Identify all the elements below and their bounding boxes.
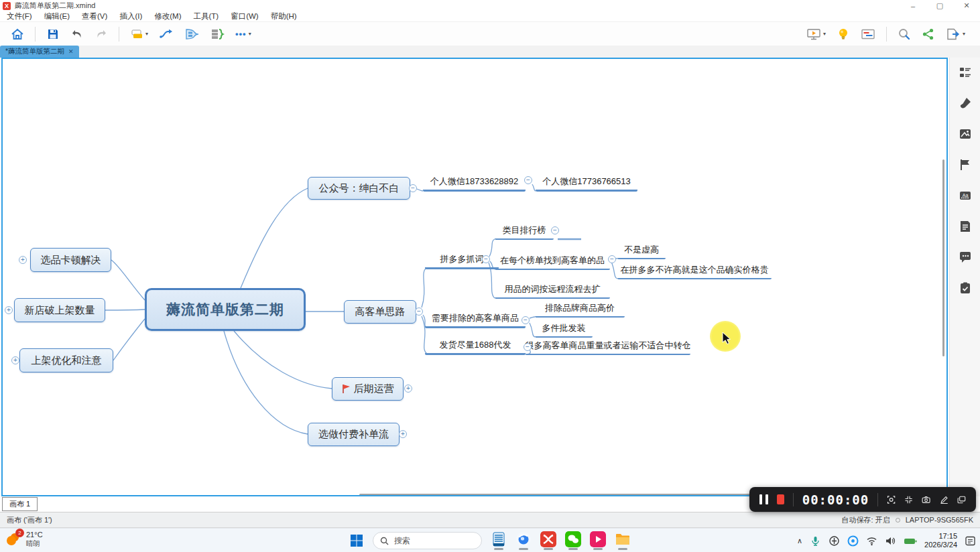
notes-icon[interactable] xyxy=(959,220,972,233)
tab-close-icon[interactable]: ✕ xyxy=(68,48,74,55)
stop-recording-button[interactable] xyxy=(777,494,784,504)
windows-switch-icon[interactable] xyxy=(957,494,966,506)
topic-wechat-2[interactable]: 个人微信17736766513 xyxy=(536,174,637,192)
video-app-icon xyxy=(590,531,606,547)
screenshot-camera-icon[interactable] xyxy=(922,494,930,506)
start-button[interactable] xyxy=(349,533,364,548)
topic-1688-dropship[interactable]: 发货尽量1688代发 xyxy=(425,339,526,355)
save-button[interactable] xyxy=(41,25,65,44)
topic-exclude-brand[interactable]: 排除品牌商品高价 xyxy=(535,302,625,318)
topic-left3[interactable]: 上架优化和注意 xyxy=(19,348,113,372)
relationship-button[interactable] xyxy=(154,25,179,44)
taskbar-search-input[interactable]: 搜索 xyxy=(373,532,482,549)
toggle-collapse-high-ticket[interactable]: − xyxy=(415,307,423,316)
menu-tools[interactable]: 工具(T) xyxy=(193,11,219,21)
menu-modify[interactable]: 修改(M) xyxy=(154,11,181,21)
battery-icon[interactable] xyxy=(904,535,917,547)
canvas-vertical-scrollbar[interactable] xyxy=(942,159,944,356)
comment-icon[interactable] xyxy=(959,251,972,264)
undo-button[interactable] xyxy=(65,25,89,44)
canvas-horizontal-scrollbar[interactable] xyxy=(359,494,758,496)
menu-edit[interactable]: 编辑(E) xyxy=(44,11,70,21)
topic-category-ranking[interactable]: 类目排行榜 xyxy=(495,224,554,240)
topic-wechat-1[interactable]: 个人微信18733628892 xyxy=(423,174,526,192)
taskbar-app-recorder[interactable] xyxy=(590,531,606,550)
notepad-app-icon xyxy=(491,531,507,547)
panel-button[interactable] xyxy=(855,25,881,44)
toggle-collapse-pdd[interactable]: − xyxy=(482,255,490,263)
menu-file[interactable]: 文件(F) xyxy=(7,11,32,21)
toggle-expand-later[interactable]: + xyxy=(404,385,412,393)
taskbar-app-explorer[interactable] xyxy=(615,531,631,550)
topic-bulk-pack[interactable]: 多件批发装 xyxy=(535,322,593,338)
focus-region-icon[interactable] xyxy=(887,494,896,506)
topic-later-operation[interactable]: 后期运营 xyxy=(332,377,404,401)
presentation-button[interactable]: ▾ xyxy=(801,25,831,44)
volume-icon[interactable] xyxy=(885,535,896,547)
topic-high-ticket[interactable]: 高客单思路 xyxy=(344,300,416,324)
topic-exclude-goods[interactable]: 需要排除的高客单商品 xyxy=(425,312,526,328)
topic-paid-supplement[interactable]: 选做付费补单流 xyxy=(308,423,400,446)
toggle-collapse-exclude[interactable]: − xyxy=(522,316,530,324)
menu-help[interactable]: 帮助(H) xyxy=(271,11,297,21)
topic-transfer-warehouse[interactable]: 很多高客单商品重量或者运输不适合中转仓 xyxy=(526,339,690,355)
topic-find-high-ticket[interactable]: 在每个榜单找到高客单的品 xyxy=(495,254,610,270)
close-button[interactable]: ✕ xyxy=(953,0,980,11)
toggle-collapse-official[interactable]: − xyxy=(409,184,417,192)
tim-app-icon[interactable] xyxy=(847,535,859,547)
sheet-button[interactable]: ▾ xyxy=(125,25,154,44)
toggle-expand-paid[interactable]: + xyxy=(399,430,407,438)
tray-chevron-up-icon[interactable]: ∧ xyxy=(797,537,802,545)
topic-official-account[interactable]: 公众号：绅白不白 xyxy=(308,177,410,200)
wifi-icon[interactable] xyxy=(866,535,877,547)
share-button[interactable] xyxy=(916,25,940,44)
maximize-button[interactable]: ▢ xyxy=(926,0,953,11)
label-icon[interactable]: Aa xyxy=(959,189,972,202)
taskbar-app-notes[interactable] xyxy=(491,531,507,550)
taskbar-app-browser[interactable] xyxy=(515,531,532,550)
toggle-collapse-wechat1[interactable]: − xyxy=(524,176,532,184)
home-button[interactable] xyxy=(5,25,29,44)
topic-left1[interactable]: 选品卡顿解决 xyxy=(30,248,111,272)
toggle-collapse-find[interactable]: − xyxy=(608,255,616,263)
idea-button[interactable] xyxy=(831,25,855,44)
notification-center-icon[interactable] xyxy=(965,535,976,547)
export-button[interactable]: ▾ xyxy=(940,25,971,44)
weather-widget[interactable]: 2 21°C 晴朗 xyxy=(5,531,43,548)
minimize-toolbar-icon[interactable] xyxy=(904,494,913,506)
redo-button[interactable] xyxy=(89,25,113,44)
task-clipboard-icon[interactable] xyxy=(959,281,972,295)
taskbar-app-wechat[interactable] xyxy=(565,531,581,550)
topic-expand-keywords[interactable]: 用品的词按远程流程去扩 xyxy=(495,283,610,299)
mindmap-canvas[interactable]: 薅流简单版第二期 选品卡顿解决 新店破上架数量 上架优化和注意 公众号：绅白不白… xyxy=(1,58,948,496)
marker-flag-icon[interactable] xyxy=(959,158,972,171)
boundary-button[interactable] xyxy=(179,25,204,44)
taskbar-app-xmind[interactable] xyxy=(540,531,556,550)
draw-pen-icon[interactable] xyxy=(940,494,948,506)
sheet-tab-canvas1[interactable]: 画布 1 xyxy=(2,497,38,511)
toggle-expand-left1[interactable]: + xyxy=(19,256,27,264)
toggle-collapse-ranking[interactable]: − xyxy=(551,226,559,234)
format-structure-icon[interactable] xyxy=(959,66,972,79)
topic-really-expensive[interactable]: 在拼多多不许高就是这个品确实价格贵 xyxy=(617,263,772,279)
menu-window[interactable]: 窗口(W) xyxy=(231,11,259,21)
style-brush-icon[interactable] xyxy=(959,96,972,110)
ime-mode-icon[interactable] xyxy=(829,535,840,547)
topic-root[interactable]: 薅流简单版第二期 xyxy=(145,288,306,331)
more-tools-button[interactable]: ••• ▾ xyxy=(230,25,257,44)
menu-view[interactable]: 查看(V) xyxy=(82,11,107,21)
image-icon[interactable] xyxy=(959,127,972,141)
pause-recording-button[interactable] xyxy=(759,494,768,504)
topic-left2[interactable]: 新店破上架数量 xyxy=(14,298,105,322)
toggle-expand-left2[interactable]: + xyxy=(5,306,13,314)
summary-button[interactable] xyxy=(204,25,230,44)
toggle-expand-left3[interactable]: + xyxy=(11,356,19,364)
microphone-icon[interactable] xyxy=(810,535,821,547)
zoom-search-button[interactable] xyxy=(892,25,916,44)
taskbar-clock[interactable]: 17:15 2026/3/24 xyxy=(924,532,957,549)
toggle-collapse-dropship[interactable]: − xyxy=(524,343,532,351)
minimize-button[interactable]: – xyxy=(900,0,926,11)
topic-not-inflated[interactable]: 不是虚高 xyxy=(617,243,666,259)
menu-insert[interactable]: 插入(I) xyxy=(119,11,142,21)
document-tab[interactable]: *薅流简单版第二期 ✕ xyxy=(0,46,79,58)
